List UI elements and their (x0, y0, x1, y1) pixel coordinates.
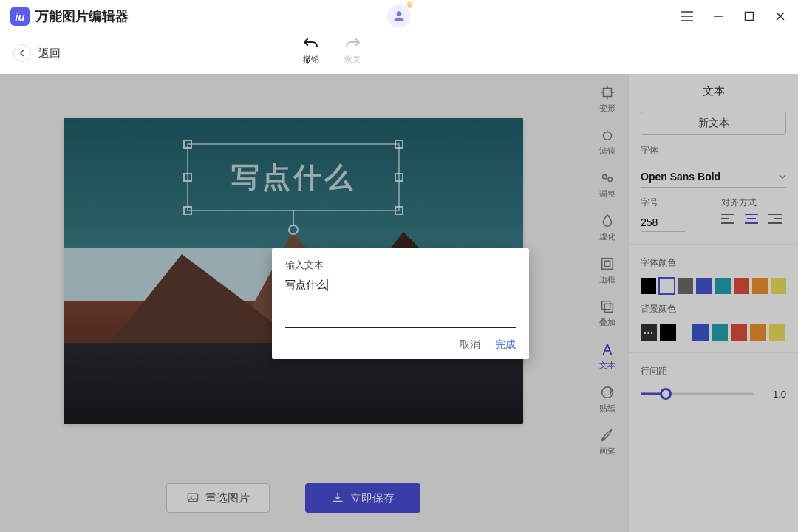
redo-label: 恢复 (344, 54, 361, 65)
app-logo: iu (10, 7, 30, 26)
dialog-ok-button[interactable]: 完成 (495, 338, 516, 352)
redo-button: 恢复 (344, 37, 361, 65)
undo-label: 撤销 (303, 54, 319, 65)
dialog-text-input[interactable]: 写点什么 (285, 279, 328, 290)
window-close-button[interactable] (773, 9, 788, 24)
svg-point-0 (397, 11, 402, 16)
hamburger-menu-button[interactable] (680, 9, 695, 24)
dialog-cancel-button[interactable]: 取消 (460, 338, 480, 352)
back-button[interactable] (13, 44, 31, 62)
app-title: 万能图片编辑器 (35, 7, 129, 25)
titlebar: iu 万能图片编辑器 ♛ (0, 0, 798, 33)
user-avatar[interactable]: ♛ (387, 4, 411, 28)
toolbar: 返回 撤销 恢复 (0, 33, 798, 74)
redo-icon (345, 37, 360, 52)
undo-button[interactable]: 撤销 (303, 37, 319, 65)
dialog-title: 输入文本 (285, 259, 516, 272)
crown-icon: ♛ (406, 0, 414, 10)
workspace: 写点什么 重选图片 立即保存 变形滤镜调整虚化边框叠加文本贴纸画笔 (0, 74, 798, 532)
undo-icon (304, 37, 318, 52)
svg-rect-1 (746, 13, 754, 21)
text-input-dialog: 输入文本 写点什么 取消 完成 (272, 248, 529, 359)
window-maximize-button[interactable] (742, 9, 757, 24)
window-minimize-button[interactable] (711, 9, 726, 24)
back-label: 返回 (38, 47, 61, 61)
